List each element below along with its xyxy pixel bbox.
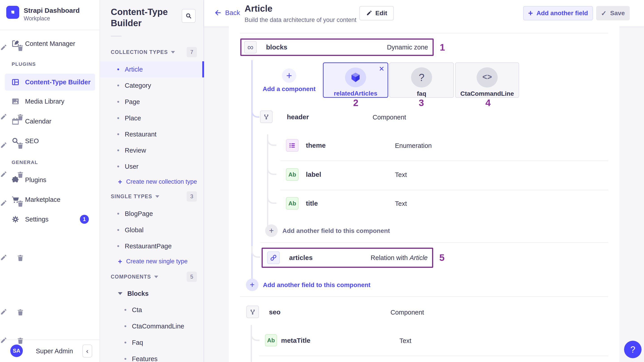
ab-glyph: Ab [267,337,275,344]
sidebar-item-article[interactable]: •Article [100,61,204,78]
type-label: Restaurant [125,131,157,138]
edit-icon[interactable] [0,254,7,261]
sidebar-item-content-type-builder[interactable]: Content-Type Builder [5,74,95,90]
gear-icon [12,216,19,223]
component-icon [246,306,259,318]
edit-icon[interactable] [0,200,7,207]
component-card-ctacommandline[interactable]: <> CtaCommandLine [455,62,519,98]
text-field-icon: Ab [286,197,298,210]
field-type: Component [390,309,424,316]
chevron-left-icon: ‹ [86,347,88,355]
close-icon[interactable]: ✕ [379,65,384,73]
sidebar-item-category[interactable]: •Category [100,78,204,94]
user-name: Super Admin [36,348,73,355]
save-label: Save [610,10,625,17]
sidebar-item-restaurant[interactable]: •Restaurant [100,126,204,142]
dynamic-zone-icon: ∞ [244,41,257,54]
add-field-to-component-button[interactable]: + [265,224,278,237]
row-divider [259,356,608,356]
group-label: Blocks [127,290,148,297]
add-component-label[interactable]: Add a component [263,86,316,93]
back-link[interactable]: Back [214,9,240,16]
field-row-blocks[interactable]: ∞ blocks Dynamic zone [240,38,434,56]
field-name: title [306,200,318,207]
enumeration-icon [286,139,298,152]
delete-icon[interactable] [17,337,24,344]
row-divider [240,33,608,33]
count-badge: 7 [186,47,197,57]
edit-icon[interactable] [0,114,7,120]
collection-types-header[interactable]: COLLECTION TYPES 7 [100,44,204,60]
plus-icon: + [528,8,533,18]
edit-icon[interactable] [0,337,7,344]
edit-icon[interactable] [0,142,7,149]
sidebar-item-page[interactable]: •Page [100,94,204,110]
delete-icon[interactable] [17,254,24,261]
field-row-articles[interactable]: articles Relation with Article [262,248,433,268]
edit-button[interactable]: Edit [359,6,394,20]
tree-line-header-component [267,134,268,222]
type-label: Category [125,82,151,89]
builder-sidebar: Content-Type Builder COLLECTION TYPES 7 … [100,0,204,362]
delete-icon[interactable] [17,142,24,149]
sidebar-item-place[interactable]: •Place [100,110,204,126]
field-name: metaTitle [281,337,310,344]
search-button[interactable] [182,9,196,23]
sidebar-item-user[interactable]: •User [100,158,204,174]
delete-icon[interactable] [17,309,24,316]
component-card-faq[interactable]: ? faq [389,62,454,98]
annotation-3: 3 [419,98,424,108]
help-button[interactable]: ? [624,341,642,358]
sidebar-item-faq[interactable]: •Faq [100,334,204,350]
plugins-heading: PLUGINS [12,61,36,67]
sidebar-item-review[interactable]: •Review [100,142,204,158]
edit-icon[interactable] [0,171,7,178]
add-component-button[interactable]: + [282,68,296,83]
add-another-field-button[interactable]: + Add another field [523,6,593,20]
save-button[interactable]: ✓ Save [596,6,630,20]
delete-icon[interactable] [17,200,24,207]
sidebar-item-features[interactable]: •Features [100,351,204,362]
sidebar-item-cta[interactable]: •Cta [100,302,204,318]
delete-icon[interactable] [17,114,24,120]
workspace-name: Workplace [24,15,50,22]
field-type: Relation with Article [370,254,428,262]
type-label: Page [125,98,140,106]
edit-icon[interactable] [0,309,7,316]
component-card-relatedarticles[interactable]: ✕ relatedArticles [323,62,388,98]
bullet-icon: • [124,306,127,314]
create-collection-type-link[interactable]: +Create new collection type [100,174,204,190]
type-label: RestaurantPage [125,242,172,250]
sidebar-item-label: Media Library [25,98,64,105]
components-header[interactable]: COMPONENTS 5 [100,269,204,285]
main-sidebar: Strapi Dashboard Workplace Content Manag… [0,0,100,362]
component-card-label: relatedArticles [334,90,378,97]
sidebar-item-ctacommandline[interactable]: •CtaCommandLine [100,318,204,334]
sidebar-item-global[interactable]: •Global [100,222,204,238]
text-field-icon: Ab [265,334,277,346]
bullet-icon: • [117,242,120,250]
bullet-icon: • [117,66,120,73]
sidebar-item-media-library[interactable]: Media Library [5,93,95,110]
sidebar-item-blogpage[interactable]: •BlogPage [100,206,204,222]
branch-glyph [249,308,256,315]
section-heading: COLLECTION TYPES [111,49,168,55]
delete-icon[interactable] [17,171,24,178]
add-field-to-component-button[interactable]: + [246,278,258,291]
add-field-to-component-label[interactable]: Add another field to this component [263,282,370,288]
type-label: BlogPage [125,210,153,218]
single-types-header[interactable]: SINGLE TYPES 3 [100,188,204,204]
bullet-icon: • [117,226,120,234]
delete-icon[interactable] [17,44,24,51]
sidebar-item-restaurantpage[interactable]: •RestaurantPage [100,238,204,254]
add-field-to-component-label[interactable]: Add another field to this component [282,227,390,234]
component-group-blocks[interactable]: Blocks [100,286,204,302]
create-single-type-link[interactable]: +Create new single type [100,253,204,269]
chevron-down-icon [155,195,159,198]
sidebar-item-settings[interactable]: Settings 1 [5,211,95,228]
collapse-sidebar-button[interactable]: ‹ [82,344,92,358]
plus-icon: + [250,280,254,290]
general-heading: GENERAL [12,160,38,165]
avatar[interactable]: SA [10,344,23,357]
edit-icon[interactable] [0,44,7,51]
